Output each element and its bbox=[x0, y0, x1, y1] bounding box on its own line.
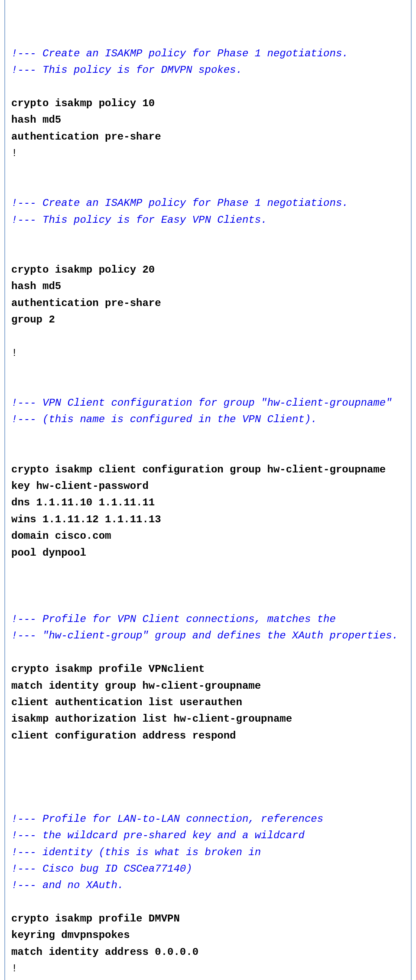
comment-line: !--- VPN Client configuration for group … bbox=[11, 397, 392, 409]
comment-line: !--- This policy is for Easy VPN Clients… bbox=[11, 214, 267, 226]
config-line: crypto isakmp policy 10 bbox=[11, 98, 155, 109]
config-line: ! bbox=[11, 147, 17, 159]
config-line: client configuration address respond bbox=[11, 730, 236, 742]
config-line: crypto isakmp policy 20 bbox=[11, 264, 155, 276]
config-line: ! bbox=[11, 963, 17, 974]
config-line: authentication pre-share bbox=[11, 131, 161, 143]
config-line: domain cisco.com bbox=[11, 530, 111, 542]
comment-line: !--- This policy is for DMVPN spokes. bbox=[11, 64, 242, 76]
config-line: pool dynpool bbox=[11, 547, 86, 559]
comment-line: !--- Profile for VPN Client connections,… bbox=[11, 613, 336, 625]
config-line: ! bbox=[11, 347, 17, 359]
comment-line: !--- "hw-client-group" group and defines… bbox=[11, 630, 398, 641]
comment-line: !--- Create an ISAKMP policy for Phase 1… bbox=[11, 197, 348, 209]
comment-line: !--- Create an ISAKMP policy for Phase 1… bbox=[11, 48, 348, 59]
config-line: dns 1.1.11.10 1.1.11.11 bbox=[11, 497, 155, 508]
config-line: wins 1.1.11.12 1.1.11.13 bbox=[11, 514, 161, 525]
comment-line: !--- (this name is configured in the VPN… bbox=[11, 413, 317, 425]
config-line: group 2 bbox=[11, 314, 55, 326]
comment-line: !--- the wildcard pre-shared key and a w… bbox=[11, 830, 305, 841]
config-line: match identity address 0.0.0.0 bbox=[11, 946, 198, 958]
config-line: crypto isakmp profile VPNclient bbox=[11, 663, 205, 675]
comment-line: !--- and no XAuth. bbox=[11, 879, 124, 891]
config-line: crypto isakmp client configuration group… bbox=[11, 464, 386, 475]
config-line: hash md5 bbox=[11, 280, 61, 292]
config-line: key hw-client-password bbox=[11, 480, 149, 492]
config-line: client authentication list userauthen bbox=[11, 697, 242, 708]
config-line: match identity group hw-client-groupname bbox=[11, 680, 261, 692]
comment-line: !--- Profile for LAN-to-LAN connection, … bbox=[11, 813, 323, 825]
comment-line: !--- Cisco bug ID CSCea77140) bbox=[11, 863, 192, 875]
config-line: authentication pre-share bbox=[11, 297, 161, 309]
config-code-block: !--- Create an ISAKMP policy for Phase 1… bbox=[11, 12, 405, 980]
config-line: hash md5 bbox=[11, 114, 61, 126]
config-line: keyring dmvpnspokes bbox=[11, 929, 130, 941]
comment-line: !--- identity (this is what is broken in bbox=[11, 847, 261, 858]
config-line: isakmp authorization list hw-client-grou… bbox=[11, 713, 292, 725]
config-line: crypto isakmp profile DMVPN bbox=[11, 913, 180, 925]
